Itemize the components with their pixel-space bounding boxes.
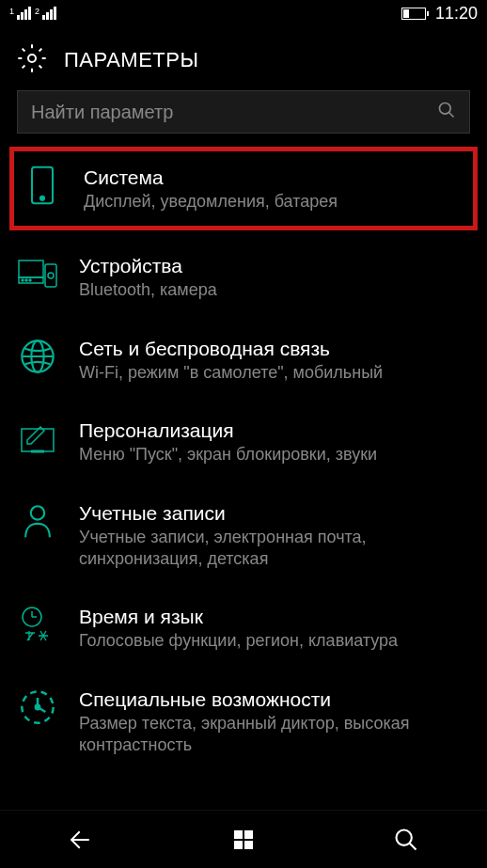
gear-icon — [17, 43, 47, 77]
back-button[interactable] — [34, 816, 128, 863]
home-button[interactable] — [196, 816, 291, 863]
svg-rect-15 — [22, 429, 54, 451]
setting-time-language[interactable]: Время и язык Голосовые функции, регион, … — [0, 587, 487, 669]
setting-desc: Дисплей, уведомления, батарея — [84, 191, 465, 213]
setting-desc: Учетные записи, электронная почта, синхр… — [79, 527, 470, 571]
sim1-label: 1 — [9, 7, 14, 16]
setting-title: Время и язык — [79, 606, 470, 628]
svg-point-0 — [28, 55, 36, 62]
sim2-signal: 2 — [35, 7, 56, 20]
svg-point-8 — [25, 279, 27, 281]
svg-line-2 — [449, 113, 454, 118]
clock: 11:20 — [435, 4, 478, 24]
svg-rect-10 — [45, 264, 56, 287]
globe-icon — [17, 336, 58, 377]
svg-rect-28 — [244, 841, 253, 849]
svg-point-17 — [31, 506, 44, 519]
setting-network[interactable]: Сеть и беспроводная связь Wi-Fi, режим "… — [0, 319, 487, 401]
setting-title: Сеть и беспроводная связь — [79, 338, 470, 360]
personalization-icon — [17, 418, 58, 459]
svg-rect-5 — [19, 260, 43, 277]
person-icon — [17, 500, 58, 542]
navigation-bar — [0, 810, 487, 868]
svg-rect-25 — [234, 830, 243, 839]
phone-icon — [22, 165, 63, 206]
setting-devices[interactable]: Устройства Bluetooth, камера — [0, 236, 487, 318]
settings-list: Система Дисплей, уведомления, батарея Ус… — [0, 147, 487, 774]
setting-accessibility[interactable]: Специальные возможности Размер текста, э… — [0, 670, 487, 774]
search-button[interactable] — [359, 816, 453, 863]
setting-desc: Bluetooth, камера — [79, 279, 470, 301]
setting-title: Специальные возможности — [79, 688, 470, 711]
setting-desc: Размер текста, экранный диктор, высокая … — [79, 713, 470, 757]
sim2-label: 2 — [35, 7, 39, 16]
svg-line-30 — [409, 843, 416, 849]
search-icon — [437, 101, 456, 123]
setting-title: Система — [84, 166, 465, 189]
svg-point-11 — [48, 273, 54, 278]
setting-title: Учетные записи — [79, 502, 470, 525]
setting-desc: Wi-Fi, режим "в самолете", мобильный — [79, 362, 470, 384]
setting-title: Персонализация — [79, 419, 470, 442]
accessibility-icon — [17, 687, 58, 728]
setting-desc: Меню "Пуск", экран блокировки, звуки — [79, 444, 470, 466]
setting-personalization[interactable]: Персонализация Меню "Пуск", экран блокир… — [0, 401, 487, 482]
svg-point-1 — [440, 103, 451, 115]
svg-point-29 — [396, 829, 411, 844]
svg-point-4 — [40, 197, 44, 200]
setting-system[interactable]: Система Дисплей, уведомления, батарея — [9, 147, 478, 230]
svg-point-9 — [29, 279, 31, 281]
svg-rect-27 — [234, 841, 243, 849]
setting-title: Устройства — [79, 255, 470, 277]
setting-desc: Голосовые функции, регион, клавиатура — [79, 630, 470, 652]
setting-accounts[interactable]: Учетные записи Учетные записи, электронн… — [0, 483, 487, 588]
search-placeholder: Найти параметр — [31, 102, 437, 123]
time-language-icon — [17, 604, 58, 645]
status-bar: 1 2 11:20 — [0, 0, 487, 26]
svg-point-24 — [36, 705, 39, 709]
svg-point-7 — [22, 279, 24, 281]
signal-indicators: 1 2 — [9, 7, 56, 20]
sim1-signal: 1 — [9, 7, 31, 20]
search-input[interactable]: Найти параметр — [17, 90, 470, 134]
svg-rect-26 — [244, 830, 253, 839]
page-title: ПАРАМЕТРЫ — [64, 48, 198, 72]
page-header: ПАРАМЕТРЫ — [0, 26, 487, 90]
devices-icon — [17, 253, 58, 294]
battery-icon — [401, 8, 426, 20]
